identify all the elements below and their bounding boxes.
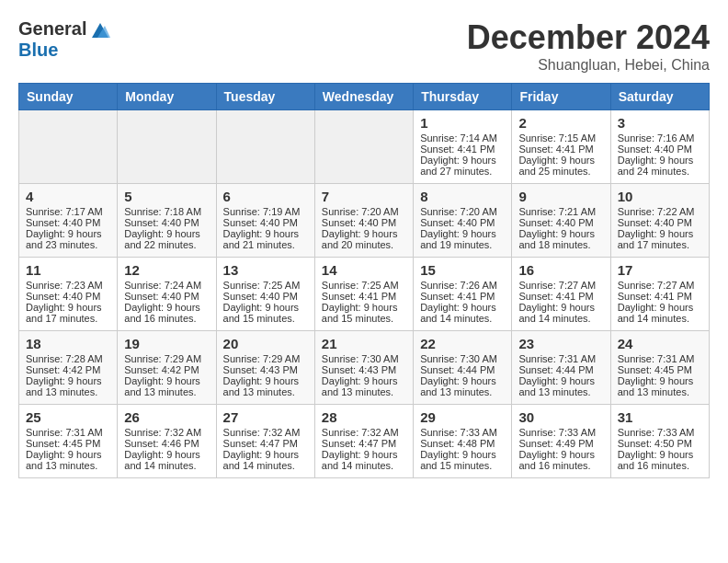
logo-text: General <box>18 18 112 40</box>
day-number: 24 <box>618 336 702 351</box>
sunset-text: Sunset: 4:44 PM <box>420 364 495 375</box>
day-number: 4 <box>26 189 110 204</box>
sunset-text: Sunset: 4:40 PM <box>26 217 100 228</box>
calendar-cell: 29Sunrise: 7:33 AMSunset: 4:48 PMDayligh… <box>414 405 512 478</box>
column-header-sunday: Sunday <box>19 84 118 110</box>
day-number: 22 <box>420 336 505 351</box>
sunset-text: Sunset: 4:43 PM <box>322 364 396 375</box>
calendar-week-1: 4Sunrise: 7:17 AMSunset: 4:40 PMDaylight… <box>19 184 710 258</box>
daylight-text: Daylight: 9 hours and 23 minutes. <box>26 228 102 250</box>
calendar-cell: 16Sunrise: 7:27 AMSunset: 4:41 PMDayligh… <box>512 258 610 331</box>
calendar-cell: 23Sunrise: 7:31 AMSunset: 4:44 PMDayligh… <box>512 331 610 405</box>
day-number: 3 <box>618 115 702 131</box>
sunrise-text: Sunrise: 7:20 AM <box>420 206 497 217</box>
calendar-cell: 31Sunrise: 7:33 AMSunset: 4:50 PMDayligh… <box>610 405 709 478</box>
daylight-text: Daylight: 9 hours and 14 minutes. <box>322 449 398 471</box>
sunrise-text: Sunrise: 7:33 AM <box>618 427 695 438</box>
column-header-saturday: Saturday <box>610 84 709 110</box>
calendar-table: SundayMondayTuesdayWednesdayThursdayFrid… <box>18 83 710 478</box>
calendar-body: 1Sunrise: 7:14 AMSunset: 4:41 PMDaylight… <box>19 110 710 478</box>
sunrise-text: Sunrise: 7:28 AM <box>26 353 103 364</box>
calendar-cell: 2Sunrise: 7:15 AMSunset: 4:41 PMDaylight… <box>512 110 610 184</box>
daylight-text: Daylight: 9 hours and 14 minutes. <box>124 449 200 471</box>
daylight-text: Daylight: 9 hours and 20 minutes. <box>322 228 398 250</box>
sunset-text: Sunset: 4:44 PM <box>518 364 593 375</box>
column-header-friday: Friday <box>512 84 610 110</box>
calendar-cell: 6Sunrise: 7:19 AMSunset: 4:40 PMDaylight… <box>216 184 314 258</box>
calendar-week-4: 25Sunrise: 7:31 AMSunset: 4:45 PMDayligh… <box>19 405 710 478</box>
sunset-text: Sunset: 4:48 PM <box>420 438 495 449</box>
day-number: 5 <box>124 189 209 204</box>
sunrise-text: Sunrise: 7:33 AM <box>518 427 596 438</box>
calendar-cell: 4Sunrise: 7:17 AMSunset: 4:40 PMDaylight… <box>19 184 118 258</box>
sunset-text: Sunset: 4:40 PM <box>420 217 495 228</box>
sunset-text: Sunset: 4:41 PM <box>518 144 593 155</box>
day-number: 30 <box>518 409 603 425</box>
sunset-text: Sunset: 4:47 PM <box>223 438 298 449</box>
calendar-cell: 9Sunrise: 7:21 AMSunset: 4:40 PMDaylight… <box>512 184 610 258</box>
calendar-cell <box>314 110 413 184</box>
sunset-text: Sunset: 4:40 PM <box>618 144 692 155</box>
daylight-text: Daylight: 9 hours and 17 minutes. <box>618 228 694 250</box>
month-title: December 2024 <box>467 18 710 57</box>
daylight-text: Daylight: 9 hours and 13 minutes. <box>518 375 595 397</box>
day-number: 10 <box>618 189 702 204</box>
column-header-thursday: Thursday <box>414 84 512 110</box>
sunrise-text: Sunrise: 7:18 AM <box>124 206 201 217</box>
daylight-text: Daylight: 9 hours and 13 minutes. <box>124 375 200 397</box>
sunset-text: Sunset: 4:40 PM <box>124 291 199 302</box>
sunrise-text: Sunrise: 7:32 AM <box>223 427 301 438</box>
daylight-text: Daylight: 9 hours and 16 minutes. <box>618 449 694 471</box>
sunset-text: Sunset: 4:40 PM <box>618 217 692 228</box>
location: Shuangluan, Hebei, China <box>467 57 710 74</box>
sunrise-text: Sunrise: 7:26 AM <box>420 280 497 291</box>
daylight-text: Daylight: 9 hours and 13 minutes. <box>420 375 496 397</box>
sunrise-text: Sunrise: 7:16 AM <box>618 132 695 144</box>
calendar-cell: 12Sunrise: 7:24 AMSunset: 4:40 PMDayligh… <box>118 258 216 331</box>
calendar-cell: 28Sunrise: 7:32 AMSunset: 4:47 PMDayligh… <box>314 405 413 478</box>
day-number: 27 <box>223 409 308 425</box>
sunset-text: Sunset: 4:42 PM <box>26 364 100 375</box>
day-number: 8 <box>420 189 505 204</box>
logo: General Blue <box>18 18 112 60</box>
daylight-text: Daylight: 9 hours and 15 minutes. <box>322 302 398 324</box>
daylight-text: Daylight: 9 hours and 19 minutes. <box>420 228 496 250</box>
calendar-cell <box>216 110 314 184</box>
daylight-text: Daylight: 9 hours and 17 minutes. <box>26 302 102 324</box>
day-number: 6 <box>223 189 308 204</box>
day-number: 1 <box>420 115 505 131</box>
daylight-text: Daylight: 9 hours and 25 minutes. <box>518 155 595 177</box>
sunrise-text: Sunrise: 7:32 AM <box>124 427 201 438</box>
day-number: 23 <box>518 336 603 351</box>
daylight-text: Daylight: 9 hours and 14 minutes. <box>420 302 496 324</box>
day-number: 19 <box>124 336 209 351</box>
sunset-text: Sunset: 4:42 PM <box>124 364 199 375</box>
sunset-text: Sunset: 4:40 PM <box>322 217 396 228</box>
sunset-text: Sunset: 4:40 PM <box>26 291 100 302</box>
calendar-cell: 22Sunrise: 7:30 AMSunset: 4:44 PMDayligh… <box>414 331 512 405</box>
calendar-cell: 24Sunrise: 7:31 AMSunset: 4:45 PMDayligh… <box>610 331 709 405</box>
sunrise-text: Sunrise: 7:25 AM <box>322 280 399 291</box>
column-header-monday: Monday <box>118 84 216 110</box>
calendar-cell: 13Sunrise: 7:25 AMSunset: 4:40 PMDayligh… <box>216 258 314 331</box>
calendar-cell: 17Sunrise: 7:27 AMSunset: 4:41 PMDayligh… <box>610 258 709 331</box>
daylight-text: Daylight: 9 hours and 13 minutes. <box>26 449 102 471</box>
daylight-text: Daylight: 9 hours and 14 minutes. <box>223 449 300 471</box>
day-number: 21 <box>322 336 406 351</box>
calendar-cell: 11Sunrise: 7:23 AMSunset: 4:40 PMDayligh… <box>19 258 118 331</box>
calendar-cell: 14Sunrise: 7:25 AMSunset: 4:41 PMDayligh… <box>314 258 413 331</box>
sunset-text: Sunset: 4:46 PM <box>124 438 199 449</box>
day-number: 26 <box>124 409 209 425</box>
daylight-text: Daylight: 9 hours and 18 minutes. <box>518 228 595 250</box>
calendar-cell: 1Sunrise: 7:14 AMSunset: 4:41 PMDaylight… <box>414 110 512 184</box>
daylight-text: Daylight: 9 hours and 15 minutes. <box>420 449 496 471</box>
sunset-text: Sunset: 4:40 PM <box>223 291 298 302</box>
daylight-text: Daylight: 9 hours and 16 minutes. <box>518 449 595 471</box>
sunrise-text: Sunrise: 7:19 AM <box>223 206 301 217</box>
column-header-tuesday: Tuesday <box>216 84 314 110</box>
calendar-cell: 25Sunrise: 7:31 AMSunset: 4:45 PMDayligh… <box>19 405 118 478</box>
sunrise-text: Sunrise: 7:31 AM <box>618 353 695 364</box>
calendar-cell: 20Sunrise: 7:29 AMSunset: 4:43 PMDayligh… <box>216 331 314 405</box>
daylight-text: Daylight: 9 hours and 14 minutes. <box>518 302 595 324</box>
day-number: 13 <box>223 262 308 278</box>
